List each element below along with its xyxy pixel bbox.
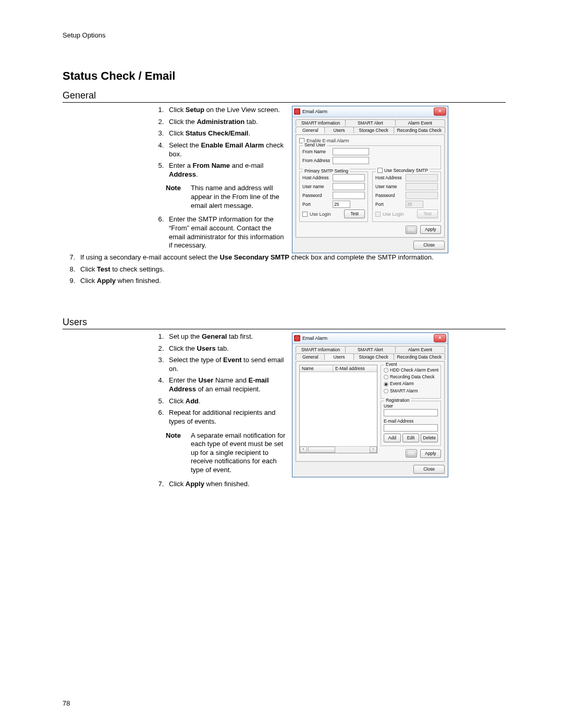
event-legend: Event bbox=[384, 362, 399, 367]
tab-storage-check[interactable]: Storage Check bbox=[353, 127, 394, 133]
horizontal-scrollbar[interactable]: ‹ › bbox=[300, 446, 377, 453]
email-address-label: E-mail Address bbox=[384, 418, 438, 424]
radio-smart-alarm[interactable]: SMART Alarm bbox=[384, 388, 438, 393]
use-secondary-smtp-checkbox[interactable] bbox=[377, 168, 383, 173]
app-icon bbox=[294, 108, 300, 115]
page-header: Setup Options bbox=[63, 31, 506, 39]
scroll-thumb[interactable] bbox=[308, 447, 335, 453]
secondary-host-label: Host Address bbox=[375, 175, 406, 180]
radio-hdd-check[interactable]: HDD Check Alarm Event bbox=[384, 367, 438, 373]
users-step-4: Enter the User Name and E-mail Address o… bbox=[166, 376, 287, 393]
secondary-port-label: Port bbox=[375, 202, 406, 207]
general-step-9: Click Apply when finished. bbox=[77, 277, 506, 286]
user-input[interactable] bbox=[384, 409, 438, 416]
tab-general[interactable]: General bbox=[296, 353, 325, 360]
primary-password-input[interactable] bbox=[333, 192, 365, 199]
secondary-password-input[interactable] bbox=[406, 192, 438, 199]
col-name[interactable]: Name bbox=[300, 365, 333, 372]
apply-button[interactable]: Apply bbox=[420, 449, 441, 458]
primary-test-button[interactable]: Test bbox=[344, 209, 365, 218]
secondary-user-input[interactable] bbox=[406, 183, 438, 190]
dialog-titlebar[interactable]: Email Alarm × bbox=[292, 106, 448, 117]
scroll-right-icon[interactable]: › bbox=[370, 447, 377, 453]
secondary-host-input[interactable] bbox=[406, 174, 438, 181]
col-email[interactable]: E-Mail address bbox=[333, 365, 377, 372]
send-user-legend: Send User bbox=[303, 142, 327, 147]
add-button[interactable]: Add bbox=[384, 434, 401, 442]
secondary-smtp-legend: Use Secondary SMTP bbox=[384, 168, 428, 173]
edit-button[interactable]: Edit bbox=[402, 434, 420, 442]
section-heading-users: Users bbox=[63, 317, 506, 329]
primary-user-label: User name bbox=[302, 184, 333, 189]
primary-smtp-legend: Primary SMTP Setting bbox=[303, 168, 350, 174]
tab-alarm-event[interactable]: Alarm Event bbox=[395, 119, 445, 126]
registration-legend: Registration bbox=[384, 398, 411, 403]
close-icon[interactable]: × bbox=[434, 334, 446, 342]
radio-event-alarm[interactable]: Event Alarm bbox=[384, 381, 438, 386]
secondary-port-input[interactable]: 25 bbox=[406, 201, 423, 208]
apply-button[interactable]: Apply bbox=[420, 225, 441, 234]
keyboard-icon[interactable] bbox=[406, 449, 417, 458]
general-step-4: Select the Enable Email Alarm check box. bbox=[166, 141, 287, 158]
recipients-table[interactable]: Name E-Mail address ‹ › bbox=[299, 365, 377, 453]
scroll-left-icon[interactable]: ‹ bbox=[300, 447, 307, 453]
tab-storage-check[interactable]: Storage Check bbox=[353, 353, 394, 360]
page-title: Status Check / Email bbox=[63, 69, 506, 83]
tab-recording-data-check[interactable]: Recording Data Check bbox=[394, 353, 445, 360]
delete-button[interactable]: Delete bbox=[421, 434, 438, 442]
close-button[interactable]: Close bbox=[413, 465, 445, 474]
dialog-title: Email Alarm bbox=[302, 109, 434, 114]
secondary-test-button: Test bbox=[417, 209, 438, 218]
email-address-input[interactable] bbox=[384, 424, 438, 431]
dialog-title: Email Alarm bbox=[302, 336, 434, 341]
section-heading-general: General bbox=[63, 90, 506, 103]
note-label: Note bbox=[166, 431, 191, 475]
users-step-6: Repeat for additional recipients and typ… bbox=[166, 409, 287, 474]
user-label: User bbox=[384, 403, 438, 409]
from-name-label: From Name bbox=[302, 149, 333, 154]
from-address-input[interactable] bbox=[333, 157, 369, 164]
tab-smart-information[interactable]: SMART Information bbox=[296, 346, 346, 353]
tab-users[interactable]: Users bbox=[324, 353, 353, 360]
email-alarm-users-dialog: Email Alarm × SMART Information SMART Al… bbox=[292, 332, 448, 477]
close-icon[interactable]: × bbox=[434, 107, 446, 116]
tab-smart-alert[interactable]: SMART Alert bbox=[345, 346, 395, 353]
tab-general[interactable]: General bbox=[296, 127, 325, 133]
from-name-input[interactable] bbox=[333, 148, 369, 155]
note-text: A separate email notification for each t… bbox=[191, 431, 287, 475]
tab-users[interactable]: Users bbox=[324, 127, 353, 133]
page-number: 78 bbox=[63, 699, 70, 707]
keyboard-icon[interactable] bbox=[406, 226, 417, 234]
note-text: This name and address will appear in the… bbox=[191, 184, 287, 210]
tab-smart-alert[interactable]: SMART Alert bbox=[345, 119, 395, 126]
primary-host-input[interactable] bbox=[333, 174, 365, 181]
primary-port-input[interactable]: 25 bbox=[333, 201, 350, 208]
primary-use-login-checkbox[interactable] bbox=[302, 212, 308, 217]
users-step-2: Click the Users tab. bbox=[166, 344, 287, 353]
primary-password-label: Password bbox=[302, 193, 333, 198]
users-step-5: Click Add. bbox=[166, 397, 287, 406]
users-step-3: Select the type of Event to send email o… bbox=[166, 356, 287, 373]
secondary-password-label: Password bbox=[375, 193, 406, 198]
primary-user-input[interactable] bbox=[333, 183, 365, 190]
general-steps: Click Setup on the Live View screen. Cli… bbox=[151, 106, 287, 250]
general-step-5: Enter a From Name and e-mail Address. No… bbox=[166, 162, 287, 210]
general-step-2: Click the Administration tab. bbox=[166, 118, 287, 127]
from-address-label: From Address bbox=[302, 158, 333, 163]
general-step-1: Click Setup on the Live View screen. bbox=[166, 106, 287, 115]
primary-port-label: Port bbox=[302, 202, 333, 207]
app-icon bbox=[294, 335, 300, 341]
tab-smart-information[interactable]: SMART Information bbox=[296, 119, 346, 126]
general-step-7: If using a secondary e-mail account sele… bbox=[77, 253, 506, 262]
secondary-user-label: User name bbox=[375, 184, 406, 189]
general-steps-cont: If using a secondary e-mail account sele… bbox=[63, 253, 506, 286]
close-button[interactable]: Close bbox=[413, 241, 445, 250]
tab-alarm-event[interactable]: Alarm Event bbox=[395, 346, 445, 353]
primary-host-label: Host Address bbox=[302, 175, 333, 180]
primary-use-login-label: Use Login bbox=[310, 212, 331, 217]
tab-recording-data-check[interactable]: Recording Data Check bbox=[394, 127, 445, 133]
radio-recording-data[interactable]: Recording Data Check bbox=[384, 374, 438, 379]
dialog-titlebar[interactable]: Email Alarm × bbox=[292, 333, 448, 344]
secondary-use-login-label: Use Login bbox=[383, 212, 404, 217]
secondary-use-login-checkbox bbox=[375, 212, 381, 217]
